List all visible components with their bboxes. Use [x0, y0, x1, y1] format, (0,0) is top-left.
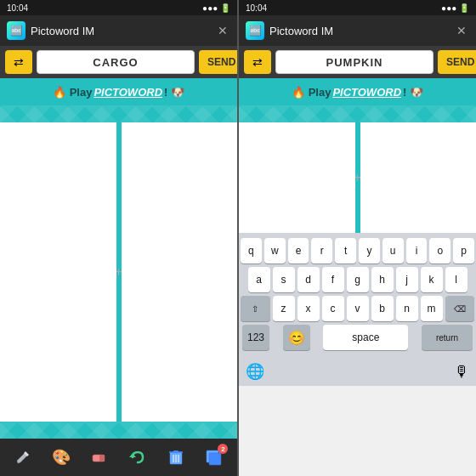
shuffle-button-left[interactable]: ⇄: [5, 50, 32, 74]
panel-right: 10:04 ●●● 🔋 🔤 Pictoword IM ✕ ⇄ SEND 🔥 Pl…: [239, 0, 476, 476]
key-s[interactable]: s: [273, 267, 295, 292]
panel-left: 10:04 ●●● 🔋 🔤 Pictoword IM ✕ ⇄ SEND 🔥 Pl…: [0, 0, 237, 476]
globe-icon[interactable]: 🌐: [246, 362, 264, 381]
image-panel-left-a[interactable]: [0, 122, 116, 422]
send-button-left[interactable]: SEND: [199, 50, 237, 74]
app-header-left: 🔤 Pictoword IM ✕: [0, 15, 237, 46]
banner-suffix-left: ! 🐶: [164, 86, 184, 99]
key-y[interactable]: y: [359, 238, 380, 264]
diamond-bg-bottom-left: [0, 422, 237, 439]
trash-icon[interactable]: [164, 445, 188, 469]
app-icon-left: 🔤: [7, 21, 26, 40]
banner-prefix-left: 🔥 Play: [53, 86, 92, 99]
banner-right: 🔥 Play PICTOWORD ! 🐶: [239, 78, 476, 105]
close-button-left[interactable]: ✕: [215, 23, 230, 38]
image-panel-left-b[interactable]: [122, 122, 238, 422]
time-right: 10:04: [246, 3, 267, 13]
keyboard-row-2: a s d f g h j k l: [241, 267, 474, 292]
key-m[interactable]: m: [421, 296, 443, 321]
key-t[interactable]: t: [335, 238, 356, 264]
keyboard-row-1: q w e r t y u i o p: [241, 238, 474, 264]
key-p[interactable]: p: [453, 238, 474, 264]
key-v[interactable]: v: [347, 296, 369, 321]
key-c[interactable]: c: [322, 296, 344, 321]
key-g[interactable]: g: [347, 267, 369, 292]
globe-mic-bar: 🌐 🎙: [239, 359, 476, 386]
pencil-icon[interactable]: [11, 445, 35, 469]
send-button-right[interactable]: SEND: [438, 50, 476, 74]
banner-pictoword-left: PICTOWORD: [94, 86, 162, 99]
svg-rect-1: [99, 455, 105, 462]
key-f[interactable]: f: [322, 267, 344, 292]
banner-left: 🔥 Play PICTOWORD ! 🐶: [0, 78, 237, 105]
toolbar-left: ⇄ SEND: [0, 46, 237, 78]
key-n[interactable]: n: [396, 296, 418, 321]
key-b[interactable]: b: [371, 296, 394, 321]
content-area-right: +: [239, 122, 476, 233]
key-emoji[interactable]: 😊: [283, 325, 310, 350]
close-button-right[interactable]: ✕: [454, 23, 469, 38]
svg-rect-10: [209, 453, 221, 465]
key-a[interactable]: a: [248, 267, 270, 292]
action-bar-left: 🎨: [0, 439, 237, 476]
app-title-left: Pictoword IM: [31, 25, 210, 37]
mic-icon[interactable]: 🎙: [454, 363, 469, 381]
key-z[interactable]: z: [273, 296, 295, 321]
key-l[interactable]: l: [445, 267, 468, 292]
time-left: 10:04: [7, 3, 28, 13]
key-h[interactable]: h: [371, 267, 394, 292]
key-shift[interactable]: ⇧: [241, 296, 270, 321]
key-d[interactable]: d: [298, 267, 320, 292]
image-panel-right-a[interactable]: [239, 122, 355, 233]
key-r[interactable]: r: [311, 238, 332, 264]
key-e[interactable]: e: [288, 238, 309, 264]
banner-prefix-right: 🔥 Play: [292, 86, 331, 99]
keyboard-row-bottom: 123 😊 space return: [241, 325, 474, 350]
toolbar-right: ⇄ SEND: [239, 46, 476, 78]
keyboard-row-3: ⇧ z x c v b n m ⌫: [241, 296, 474, 321]
app-icon-right: 🔤: [246, 21, 264, 40]
app-header-right: 🔤 Pictoword IM ✕: [239, 15, 476, 46]
diamond-bg-top-right: [239, 105, 476, 122]
undo-icon[interactable]: [126, 445, 150, 469]
status-bar-left: 10:04 ●●● 🔋: [0, 0, 237, 15]
key-o[interactable]: o: [429, 238, 450, 264]
key-return[interactable]: return: [422, 325, 473, 350]
diamond-bg-top-left: [0, 105, 237, 122]
shuffle-button-right[interactable]: ⇄: [244, 50, 271, 74]
word-input-right[interactable]: [275, 50, 434, 74]
app-title-right: Pictoword IM: [269, 25, 449, 37]
key-space[interactable]: space: [323, 325, 408, 350]
key-w[interactable]: w: [264, 238, 286, 264]
key-q[interactable]: q: [241, 238, 262, 264]
status-icons-right: ●●● 🔋: [441, 3, 469, 13]
key-x[interactable]: x: [298, 296, 320, 321]
layers-icon[interactable]: 2: [202, 445, 226, 469]
key-numbers[interactable]: 123: [242, 325, 269, 350]
key-backspace[interactable]: ⌫: [445, 296, 475, 321]
image-panel-right-b[interactable]: [360, 122, 477, 233]
status-icons-left: ●●● 🔋: [202, 3, 230, 13]
content-area-left: +: [0, 122, 237, 422]
eraser-icon[interactable]: [88, 445, 111, 469]
status-bar-right: 10:04 ●●● 🔋: [239, 0, 476, 15]
banner-suffix-right: ! 🐶: [403, 86, 423, 99]
key-k[interactable]: k: [421, 267, 443, 292]
keyboard: q w e r t y u i o p a s d f g h j k l ⇧ …: [239, 233, 476, 359]
banner-pictoword-right: PICTOWORD: [332, 86, 401, 99]
key-j[interactable]: j: [396, 267, 418, 292]
key-i[interactable]: i: [406, 238, 428, 264]
palette-icon[interactable]: 🎨: [49, 445, 73, 469]
word-input-left[interactable]: [37, 50, 195, 74]
key-u[interactable]: u: [382, 238, 404, 264]
